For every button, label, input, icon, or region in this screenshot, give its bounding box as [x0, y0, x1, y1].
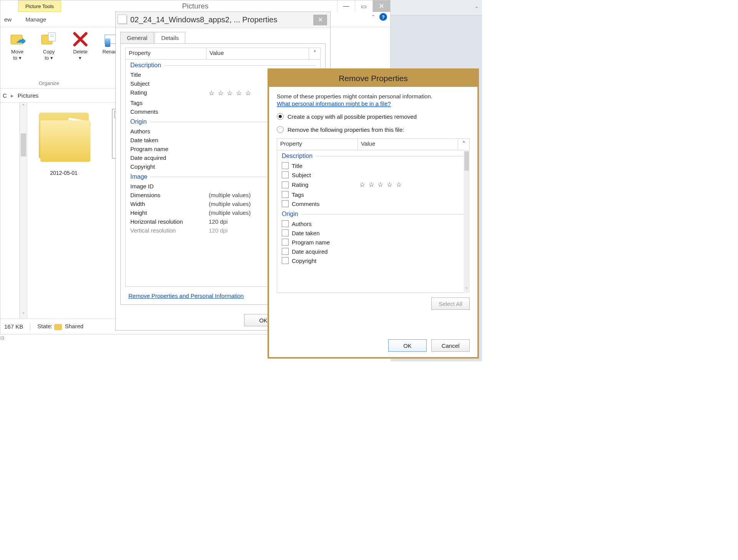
status-state-value: Shared [65, 323, 83, 329]
col-value[interactable]: Value [206, 48, 309, 59]
folder-label: 2012-05-01 [50, 169, 78, 176]
scroll-up-icon[interactable]: ˄ [458, 139, 469, 150]
maximize-button[interactable]: ▭ [355, 0, 372, 12]
remove-row[interactable]: Program name [277, 238, 469, 247]
remove-properties-dialog: Remove Properties Some of these properti… [268, 68, 479, 359]
remove-row[interactable]: Date acquired [277, 247, 469, 256]
delete-label: Delete ▾ [73, 49, 88, 61]
col-value[interactable]: Value [358, 139, 458, 150]
copy-to-label: Copy to ▾ [43, 49, 55, 61]
scroll-up-icon[interactable]: ˄ [309, 48, 320, 59]
remove-row[interactable]: Comments [277, 199, 469, 208]
checkbox[interactable] [282, 239, 289, 246]
copy-to-button[interactable]: Copy to ▾ [35, 30, 63, 61]
ribbon-tab-manage[interactable]: Manage [24, 14, 48, 25]
radio-remove-following[interactable]: Remove the following properties from thi… [277, 126, 470, 133]
remove-row[interactable]: Copyright [277, 256, 469, 265]
folder-item[interactable]: 2012-05-01 [31, 109, 96, 176]
remove-row[interactable]: Subject [277, 170, 469, 179]
remove-row[interactable]: Title [277, 161, 469, 170]
tab-details[interactable]: Details [155, 32, 185, 43]
scroll-up-icon[interactable]: ˄ [20, 103, 27, 110]
checkbox[interactable] [282, 181, 289, 188]
checkbox[interactable] [282, 229, 289, 236]
radio-create-copy[interactable]: Create a copy with all possible properti… [277, 113, 470, 120]
remove-properties-link[interactable]: Remove Properties and Personal Informati… [128, 292, 244, 299]
section-description: Description [277, 150, 469, 161]
status-i3: I3 [0, 336, 4, 341]
list-scrollbar[interactable]: ˅ [464, 150, 470, 293]
folder-icon [35, 109, 93, 166]
ribbon-group-label: Organize [39, 80, 59, 86]
folder-copy-icon [41, 31, 57, 47]
people-icon [54, 324, 62, 330]
move-to-label: Move to ▾ [11, 49, 23, 61]
radio-icon[interactable] [277, 113, 284, 120]
delete-x-icon [72, 31, 88, 47]
cancel-button[interactable]: Cancel [431, 339, 470, 352]
scroll-down-icon[interactable]: ˅ [464, 286, 470, 293]
multi-file-icon [119, 16, 127, 24]
close-icon[interactable]: ✕ [313, 15, 327, 25]
scroll-thumb[interactable] [21, 133, 26, 156]
checkbox[interactable] [282, 257, 289, 264]
info-link[interactable]: What personal information might be in a … [277, 100, 391, 107]
scroll-thumb[interactable] [464, 151, 469, 171]
properties-title: 02_24_14_Windows8_apps2, ... Properties [130, 15, 310, 24]
remove-row[interactable]: Rating☆ ☆ ☆ ☆ ☆ [277, 179, 469, 190]
remove-property-list: Property Value ˄ Description Title Subje… [277, 138, 470, 293]
minimize-button[interactable]: — [337, 0, 355, 12]
star-rating-icon: ☆ ☆ ☆ ☆ ☆ [359, 181, 469, 189]
ok-button[interactable]: OK [388, 339, 427, 352]
breadcrumb-pc[interactable]: C [3, 92, 7, 99]
col-property[interactable]: Property [277, 139, 358, 150]
remove-row[interactable]: Authors [277, 219, 469, 228]
help-icon[interactable]: ? [379, 13, 387, 21]
checkbox[interactable] [282, 220, 289, 227]
status-size: 167 KB [4, 323, 23, 330]
collapse-ribbon-icon[interactable]: ⌃ [371, 14, 376, 20]
checkbox[interactable] [282, 162, 289, 169]
checkbox[interactable] [282, 191, 289, 198]
chevron-right-icon [8, 92, 16, 99]
section-origin: Origin [277, 208, 469, 219]
radio-icon[interactable] [277, 126, 284, 133]
nav-scrollbar[interactable]: ˄ ˅ [20, 103, 27, 319]
close-button[interactable]: ✕ [372, 0, 390, 12]
remove-row[interactable]: Tags [277, 190, 469, 199]
status-state-label: State: [37, 323, 52, 329]
checkbox[interactable] [282, 248, 289, 255]
svg-marker-2 [22, 38, 25, 44]
nav-pane [0, 103, 20, 319]
tab-general[interactable]: General [120, 32, 154, 43]
ribbon-tab-view[interactable]: ew [3, 14, 13, 25]
picture-tools-tab[interactable]: Picture Tools [18, 0, 61, 12]
browser-chrome: ⌄ [391, 0, 482, 15]
select-all-button[interactable]: Select All [431, 297, 470, 310]
svg-rect-4 [48, 33, 55, 41]
move-to-button[interactable]: Move to ▾ [3, 30, 31, 61]
remove-row[interactable]: Date taken [277, 228, 469, 238]
chevron-down-icon[interactable]: ⌄ [474, 3, 479, 9]
folder-move-icon [9, 31, 25, 47]
info-text: Some of these properties might contain p… [277, 93, 470, 100]
scroll-down-icon[interactable]: ˅ [20, 311, 27, 319]
remove-dialog-title: Remove Properties [269, 70, 477, 87]
breadcrumb-pictures[interactable]: Pictures [18, 92, 38, 99]
checkbox[interactable] [282, 200, 289, 207]
delete-button[interactable]: Delete ▾ [66, 30, 94, 61]
checkbox[interactable] [282, 171, 289, 178]
col-property[interactable]: Property [126, 48, 206, 59]
